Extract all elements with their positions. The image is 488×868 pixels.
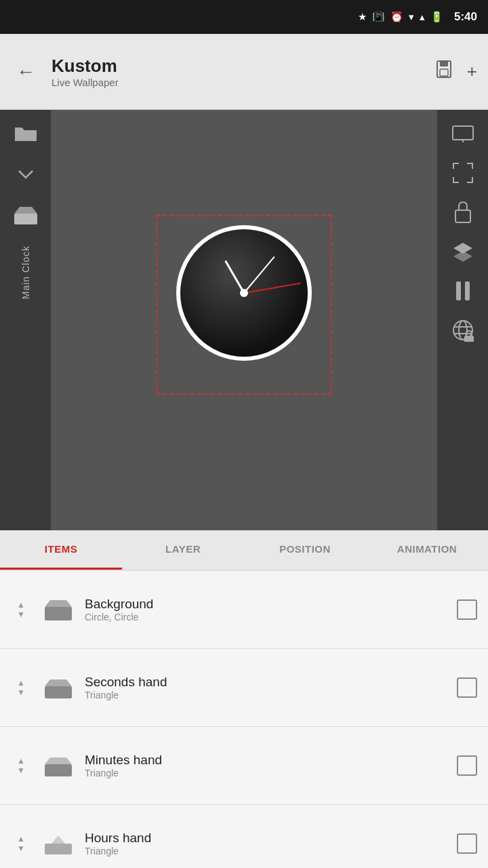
pause-icon[interactable] [446,274,480,308]
reorder-icon-background[interactable]: ▲ ▼ [11,600,31,619]
list-item[interactable]: ▲ ▼ Seconds hand Triangle [0,649,488,727]
tab-animation[interactable]: ANIMATION [366,530,488,570]
svg-rect-10 [456,281,461,300]
item-text-hours: Hours hand Triangle [85,831,449,856]
status-time: 5:40 [454,10,477,24]
add-button[interactable]: + [467,61,477,82]
svg-rect-17 [45,607,72,620]
tab-layer[interactable]: LAYER [122,530,244,570]
second-hand [244,283,301,294]
display-icon[interactable] [446,117,480,151]
list-item[interactable]: ▲ ▼ Background Circle, Circle [0,571,488,649]
item-text-seconds: Seconds hand Triangle [85,675,449,701]
shape-icon-hours [39,825,77,863]
inbox-icon[interactable] [9,198,43,232]
canvas-area[interactable] [51,110,437,530]
item-sub-minutes: Triangle [85,768,449,778]
shape-icon-minutes [39,747,77,785]
title-block: Kustom Live Wallpaper [52,56,434,88]
folder-icon[interactable] [9,117,43,151]
checkbox-seconds[interactable] [457,677,477,698]
action-icons: + [434,60,477,83]
focus-icon[interactable] [446,156,480,190]
wifi-icon: ▾ [409,11,414,23]
svg-rect-2 [440,69,448,76]
layers-icon[interactable] [446,235,480,269]
shape-icon-background [39,591,77,629]
save-button[interactable] [434,60,453,83]
chevron-down-icon[interactable] [9,157,43,191]
item-name-background: Background [85,597,449,612]
status-icons: ★ 📳 ⏰ ▾ ▴ 🔋 5:40 [358,10,477,24]
list-item[interactable]: ▲ ▼ Minutes hand Triangle [0,727,488,805]
clock-center [240,289,248,297]
item-text-minutes: Minutes hand Triangle [85,753,449,778]
item-sub-background: Circle, Circle [85,612,449,623]
left-sidebar: Main Clock [0,110,51,530]
battery-icon: 🔋 [430,11,443,23]
svg-rect-19 [45,764,72,776]
app-title: Kustom [52,56,434,77]
checkbox-minutes[interactable] [457,755,477,776]
checkbox-background[interactable] [457,599,477,620]
vibrate-icon: 📳 [372,11,385,23]
svg-rect-16 [465,336,473,342]
hour-hand [224,260,245,294]
item-name-minutes: Minutes hand [85,753,449,768]
clock-face [176,225,312,361]
shape-icon-seconds [39,669,77,707]
reorder-icon-hours[interactable]: ▲ ▼ [11,834,31,853]
item-text-background: Background Circle, Circle [85,597,449,623]
reorder-icon-seconds[interactable]: ▲ ▼ [11,678,31,697]
global-lock-icon[interactable] [446,313,480,347]
items-list: ▲ ▼ Background Circle, Circle ▲ ▼ [0,571,488,868]
svg-rect-11 [465,281,470,300]
svg-marker-9 [453,251,472,262]
sidebar-label: Main Clock [20,245,31,299]
svg-rect-18 [45,686,72,698]
svg-rect-20 [45,844,72,854]
signal-icon: ▴ [420,11,425,23]
svg-rect-7 [455,210,470,222]
right-sidebar [437,110,488,530]
item-sub-seconds: Triangle [85,690,449,701]
bluetooth-icon: ★ [358,11,367,23]
preview-container: Main Clock [0,110,488,530]
tab-position[interactable]: POSITION [244,530,366,570]
tabs-bar: ITEMS LAYER POSITION ANIMATION [0,530,488,571]
alarm-icon: ⏰ [390,11,403,23]
app-bar: ← Kustom Live Wallpaper + [0,34,488,110]
item-name-seconds: Seconds hand [85,675,449,690]
svg-rect-3 [14,214,37,224]
lock-icon[interactable] [446,195,480,229]
back-button[interactable]: ← [11,56,41,88]
checkbox-hours[interactable] [457,833,477,854]
app-subtitle: Live Wallpaper [52,77,434,88]
reorder-icon-minutes[interactable]: ▲ ▼ [11,756,31,775]
item-name-hours: Hours hand [85,831,449,846]
item-sub-hours: Triangle [85,846,449,856]
svg-rect-4 [453,126,473,140]
tab-items[interactable]: ITEMS [0,530,122,570]
svg-rect-1 [440,61,448,66]
status-bar: ★ 📳 ⏰ ▾ ▴ 🔋 5:40 [0,0,488,34]
list-item[interactable]: ▲ ▼ Hours hand Triangle [0,805,488,868]
